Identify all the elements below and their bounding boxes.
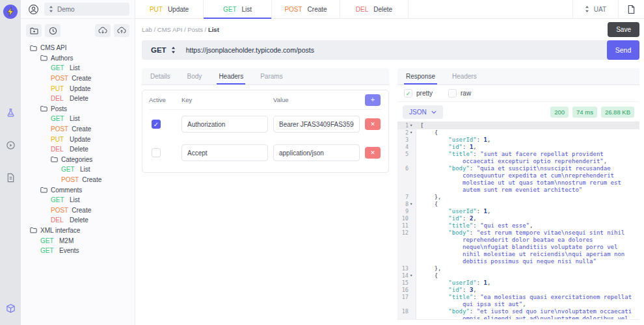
request-tab-create[interactable]: POSTCreate bbox=[272, 0, 340, 18]
new-folder-icon[interactable] bbox=[26, 24, 42, 37]
tree-request[interactable]: GETEvents bbox=[21, 246, 135, 256]
tab-response-headers[interactable]: Headers bbox=[444, 68, 485, 84]
tree-request[interactable]: GETList bbox=[21, 114, 135, 124]
play-circle-icon[interactable] bbox=[4, 138, 17, 151]
export-cloud-upload-icon[interactable] bbox=[114, 24, 129, 37]
status-badge: 200 bbox=[550, 107, 569, 118]
header-row: ✓✕ bbox=[149, 110, 382, 138]
url-row: GET https://jsonplaceholder.typicode.com… bbox=[135, 40, 644, 66]
fold-caret-icon[interactable]: ▾ bbox=[410, 272, 414, 280]
tab-details[interactable]: Details bbox=[142, 68, 179, 84]
tree-folder[interactable]: Posts bbox=[21, 104, 135, 114]
tab-headers[interactable]: Headers bbox=[210, 68, 252, 84]
tab-label: List bbox=[242, 6, 252, 13]
header-value-input[interactable] bbox=[273, 116, 360, 133]
line-number-gutter: 2▾ bbox=[397, 129, 416, 136]
add-header-button[interactable]: + bbox=[365, 94, 381, 106]
request-tab-update[interactable]: PUTUpdate bbox=[135, 0, 204, 18]
header-active-checkbox[interactable]: ✓ bbox=[152, 148, 161, 157]
tree-request[interactable]: DELDelete bbox=[21, 94, 135, 104]
tree-request-label: Create bbox=[72, 207, 91, 214]
line-number-gutter: 10 bbox=[397, 215, 416, 222]
tab-body[interactable]: Body bbox=[179, 68, 211, 84]
code-line: 17"title": "ea molestias quasi exercitat… bbox=[397, 294, 639, 308]
fold-caret-icon[interactable]: ▾ bbox=[410, 201, 414, 208]
tree-request[interactable]: GETList bbox=[21, 195, 135, 205]
tree-request-label: M2M bbox=[59, 237, 74, 244]
history-icon[interactable] bbox=[45, 24, 60, 37]
tree-request[interactable]: GETM2M bbox=[21, 235, 135, 246]
method-label: POST bbox=[61, 176, 79, 183]
fold-caret-icon[interactable]: ▾ bbox=[410, 129, 414, 136]
tree-request[interactable]: GETList bbox=[21, 164, 135, 175]
package-icon[interactable] bbox=[4, 302, 17, 315]
raw-checkbox[interactable]: ✓raw bbox=[448, 89, 471, 98]
headers-table: Active Key Value + ✓✕✓✕ bbox=[142, 90, 389, 173]
delete-header-button[interactable]: ✕ bbox=[365, 118, 381, 130]
line-number-gutter: 16 bbox=[397, 287, 416, 294]
header-value-input[interactable] bbox=[273, 144, 360, 161]
app-logo-lightning-icon[interactable] bbox=[3, 5, 18, 19]
tree-request-label: Create bbox=[72, 75, 91, 82]
fold-caret-icon[interactable]: ▾ bbox=[410, 122, 414, 129]
method-label: DEL bbox=[51, 216, 66, 224]
tree-folder-label: Authors bbox=[51, 55, 73, 62]
workspace-name: Demo bbox=[57, 6, 75, 13]
pretty-checkbox[interactable]: ✓pretty bbox=[404, 89, 433, 98]
response-body[interactable]: 1▾[2▾{3"userId": 1,4"id": 1,5"title": "s… bbox=[397, 122, 639, 320]
workspace-select[interactable]: Demo bbox=[44, 3, 129, 16]
tree-request[interactable]: GETList bbox=[21, 63, 135, 73]
method-label: DEL bbox=[51, 95, 66, 102]
line-number-gutter: 15 bbox=[397, 280, 416, 287]
tree-folder[interactable]: CMS API bbox=[21, 43, 135, 53]
line-number-gutter: 7 bbox=[397, 194, 416, 201]
tree-folder[interactable]: Comments bbox=[21, 185, 135, 195]
page-document-icon[interactable] bbox=[618, 0, 644, 18]
updown-chevron-icon bbox=[585, 6, 589, 12]
tree-request[interactable]: PUTUpdate bbox=[21, 83, 135, 94]
tree-request[interactable]: POSTCreate bbox=[21, 205, 135, 216]
method-select[interactable]: GET bbox=[151, 46, 176, 54]
code-line: 14▾{ bbox=[397, 272, 639, 280]
document-icon[interactable] bbox=[4, 171, 17, 184]
request-panel-tabs: Details Body Headers Params bbox=[142, 68, 389, 85]
tree-folder-label: Comments bbox=[51, 187, 82, 194]
tree-request[interactable]: PUTUpdate bbox=[21, 134, 135, 144]
flask-icon[interactable] bbox=[4, 106, 17, 119]
request-tabbar: PUTUpdateGETListPOSTCreateDELDelete UAT bbox=[135, 0, 644, 19]
tab-response[interactable]: Response bbox=[397, 68, 444, 84]
tree-request[interactable]: POSTCreate bbox=[21, 73, 135, 84]
header-key-input[interactable] bbox=[181, 116, 268, 133]
response-toolbar: JSON 20074 ms26.88 KB bbox=[397, 102, 639, 122]
tree-folder[interactable]: Authors bbox=[21, 53, 135, 64]
tab-label: Update bbox=[168, 6, 189, 13]
delete-header-button[interactable]: ✕ bbox=[365, 147, 381, 159]
tree-request[interactable]: DELDelete bbox=[21, 144, 135, 155]
tree-folder-label: Categories bbox=[61, 156, 92, 163]
header-key-input[interactable] bbox=[181, 144, 268, 161]
request-tab-list[interactable]: GETList bbox=[204, 0, 272, 18]
header-active-checkbox[interactable]: ✓ bbox=[152, 120, 161, 129]
request-tab-delete[interactable]: DELDelete bbox=[340, 0, 409, 18]
import-cloud-download-icon[interactable] bbox=[95, 24, 111, 37]
tree-folder[interactable]: Categories bbox=[21, 155, 135, 165]
tree-request[interactable]: DELDelete bbox=[21, 215, 135, 226]
environment-select[interactable]: UAT bbox=[573, 0, 618, 18]
method-label: GET bbox=[40, 237, 56, 244]
format-select[interactable]: JSON bbox=[403, 105, 443, 119]
tree-folder[interactable]: XML interface bbox=[21, 226, 135, 236]
send-button[interactable]: Send bbox=[607, 40, 639, 60]
tab-params[interactable]: Params bbox=[252, 68, 291, 84]
account-icon[interactable] bbox=[26, 2, 40, 16]
save-button[interactable]: Save bbox=[608, 22, 639, 37]
breadcrumb: Lab / CMS API / Posts / List bbox=[142, 26, 219, 33]
line-number-gutter: 14▾ bbox=[397, 272, 416, 280]
method-label: GET bbox=[223, 6, 237, 13]
tree-folder-label: Posts bbox=[51, 105, 67, 112]
tree-request[interactable]: POSTCreate bbox=[21, 175, 135, 185]
headers-table-head: Active Key Value + bbox=[149, 90, 382, 110]
line-number-gutter: 17 bbox=[397, 294, 416, 308]
url-input[interactable]: https://jsonplaceholder.typicode.com/pos… bbox=[186, 46, 314, 54]
tree-request[interactable]: POSTCreate bbox=[21, 124, 135, 135]
request-panel: Details Body Headers Params Active Key V… bbox=[142, 68, 389, 320]
